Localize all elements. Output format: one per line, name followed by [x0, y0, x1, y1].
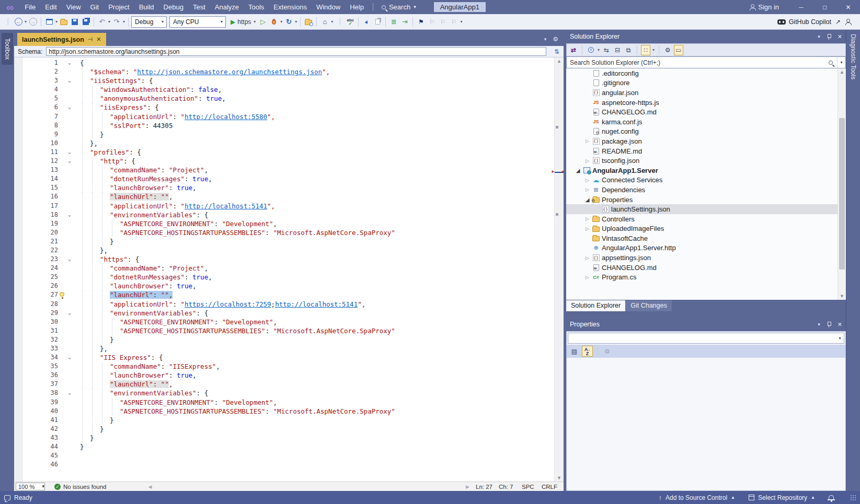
tree-item-appsettings-json[interactable]: ▷{}appsettings.json	[566, 253, 846, 263]
tree-item-dependencies[interactable]: ▷⊞Dependencies	[566, 185, 846, 195]
zoom-dropdown[interactable]: 100 %▾	[16, 483, 45, 490]
code-line-23[interactable]: 23⌄"https": {	[14, 255, 554, 264]
expander-expanded-icon[interactable]: ◢	[574, 168, 582, 173]
tab-solution-explorer[interactable]: Solution Explorer	[566, 300, 625, 311]
tree-item-nuget-config[interactable]: nuget.config	[566, 127, 846, 137]
expander-collapsed-icon[interactable]: ▷	[583, 178, 591, 183]
tree-item-vintasoftcache[interactable]: VintasoftCache	[566, 233, 846, 243]
scroll-up-icon[interactable]: ▲	[840, 69, 844, 75]
code-line-8[interactable]: 8"sslPort": 44305	[14, 121, 554, 130]
code-line-22[interactable]: 22},	[14, 246, 554, 255]
fold-collapse-icon[interactable]: ⌄	[68, 147, 71, 156]
code-line-16[interactable]: 16"launchUrl": "",	[14, 192, 554, 201]
code-line-30[interactable]: 30"ASPNETCORE_ENVIRONMENT": "Development…	[14, 318, 554, 326]
start-without-debugging-button[interactable]: ▷	[258, 16, 268, 28]
code-line-43[interactable]: 43}	[14, 433, 554, 442]
menu-item-window[interactable]: Window	[312, 0, 345, 14]
filter-dropdown[interactable]: ▾	[597, 48, 600, 52]
window-position-dropdown[interactable]: ▾	[818, 34, 820, 39]
expander-collapsed-icon[interactable]: ▷	[583, 255, 591, 261]
format-selection-button[interactable]: ⇥	[399, 16, 410, 28]
start-debugging-button[interactable]: ▶ https ▾	[230, 16, 257, 28]
tree-item-program-cs[interactable]: ▷C#Program.cs	[566, 272, 846, 282]
pending-changes-filter-icon[interactable]	[586, 45, 595, 55]
select-to-interactive-button[interactable]: ►	[361, 16, 372, 28]
tree-item-aspnetcore-https-js[interactable]: JSaspnetcore-https.js	[566, 98, 846, 108]
navigate-backward-button[interactable]: ←	[13, 16, 24, 28]
alphabetical-sort-icon[interactable]: A↓Z	[582, 346, 593, 357]
code-line-9[interactable]: 9}	[14, 130, 554, 139]
pin-icon[interactable]	[827, 34, 831, 40]
collapse-all-icon[interactable]: ⊟	[613, 45, 622, 55]
window-layout-dropdown[interactable]: ▾	[330, 19, 334, 24]
fold-collapse-icon[interactable]: ⌄	[68, 76, 71, 85]
github-copilot-button[interactable]: GitHub Copilot	[789, 18, 831, 26]
code-line-27[interactable]: 27"launchUrl": "",	[14, 290, 554, 299]
minimize-button[interactable]: ─	[789, 0, 813, 14]
code-line-6[interactable]: 6⌄"iisExpress": {	[14, 103, 554, 112]
fold-collapse-icon[interactable]: ⌄	[68, 353, 71, 361]
property-pages-wrench-icon[interactable]: ⚙	[602, 346, 613, 357]
redo-button[interactable]: ↷	[111, 16, 122, 28]
schema-input[interactable]	[46, 47, 546, 56]
menu-item-project[interactable]: Project	[104, 0, 134, 14]
code-line-17[interactable]: 17"applicationUrl": "http://localhost:51…	[14, 202, 554, 210]
menu-item-edit[interactable]: Edit	[40, 0, 61, 14]
notifications-bell-icon[interactable]	[829, 495, 834, 499]
close-tab-icon[interactable]: ✕	[96, 36, 101, 43]
fold-collapse-icon[interactable]: ⌄	[68, 102, 71, 111]
code-line-37[interactable]: 37"launchUrl": "",	[14, 380, 554, 389]
properties-window-icon[interactable]: ⧉	[624, 45, 633, 55]
code-line-36[interactable]: 36"launchBrowser": true,	[14, 371, 554, 380]
close-icon[interactable]: ✕	[838, 321, 842, 328]
tree-item-launchsettings-json[interactable]: {}launchSettings.json	[566, 204, 846, 214]
code-line-13[interactable]: 13"commandName": "Project",	[14, 166, 554, 174]
resize-grip[interactable]	[855, 495, 856, 500]
search-icon[interactable]	[829, 61, 833, 65]
fold-collapse-icon[interactable]: ⌄	[68, 210, 71, 219]
undo-dropdown[interactable]: ▾	[108, 19, 111, 24]
previous-bookmark-button[interactable]: ⚐	[427, 16, 437, 28]
sync-with-active-document-icon[interactable]: ⇆	[602, 45, 611, 55]
code-line-39[interactable]: 39"ASPNETCORE_ENVIRONMENT": "Development…	[14, 398, 554, 407]
code-line-26[interactable]: 26"launchBrowser": true,	[14, 282, 554, 290]
format-document-button[interactable]: ≣	[388, 16, 399, 28]
scroll-left-icon[interactable]: ◀	[148, 484, 152, 489]
find-in-files-button[interactable]	[303, 16, 314, 28]
code-line-33[interactable]: 33},	[14, 344, 554, 353]
scroll-down-icon[interactable]: ▼	[840, 294, 844, 299]
save-all-button[interactable]	[81, 16, 91, 28]
code-line-2[interactable]: 2"$schema": "http://json.schemastore.org…	[14, 67, 554, 76]
show-all-files-dropdown[interactable]: ▾	[652, 48, 655, 52]
code-line-4[interactable]: 4"windowsAuthentication": false,	[14, 85, 554, 94]
fold-collapse-icon[interactable]: ⌄	[68, 308, 71, 317]
code-line-41[interactable]: 41}	[14, 416, 554, 425]
project-properties-wrench-icon[interactable]: ⚙	[663, 45, 672, 55]
schema-reload-icon[interactable]: ⇅	[550, 48, 564, 55]
menu-item-analyze[interactable]: Analyze	[210, 0, 244, 14]
code-line-29[interactable]: 29⌄"environmentVariables": {	[14, 309, 554, 318]
tree-item-properties[interactable]: ◢Properties	[566, 195, 846, 205]
share-icon[interactable]: ↗	[835, 18, 841, 26]
quick-actions-lightbulb-icon[interactable]	[60, 292, 64, 297]
expander-collapsed-icon[interactable]: ▷	[583, 187, 591, 192]
close-icon[interactable]: ✕	[838, 33, 842, 40]
pin-icon[interactable]	[827, 322, 831, 327]
code-line-45[interactable]: 45	[14, 451, 554, 460]
next-bookmark-button[interactable]: ⚐	[438, 16, 448, 28]
editor-vertical-scrollbar[interactable]: ▲ ▼ ► ◄	[554, 57, 564, 482]
menu-item-extensions[interactable]: Extensions	[269, 0, 312, 14]
toolbox-tab[interactable]: Toolbox	[2, 33, 13, 65]
solution-search-input[interactable]	[567, 59, 829, 66]
properties-object-dropdown[interactable]: ▾	[568, 333, 844, 344]
solution-configuration-dropdown[interactable]: Debug▾	[131, 16, 167, 28]
editor-options-gear-icon[interactable]: ⚙	[553, 36, 558, 43]
tree-item-tsconfig-json[interactable]: ▷{}tsconfig.json	[566, 156, 846, 166]
tree-item-package-json[interactable]: ▷{}package.json	[566, 136, 846, 146]
toggle-bookmark-button[interactable]: ⚑	[416, 16, 426, 28]
fold-collapse-icon[interactable]: ⌄	[68, 156, 71, 165]
active-files-dropdown[interactable]: ▾	[544, 37, 547, 42]
code-line-20[interactable]: 20"ASPNETCORE_HOSTINGSTARTUPASSEMBLIES":…	[14, 228, 554, 237]
expander-collapsed-icon[interactable]: ▷	[583, 226, 591, 231]
undo-button[interactable]: ↶	[97, 16, 107, 28]
